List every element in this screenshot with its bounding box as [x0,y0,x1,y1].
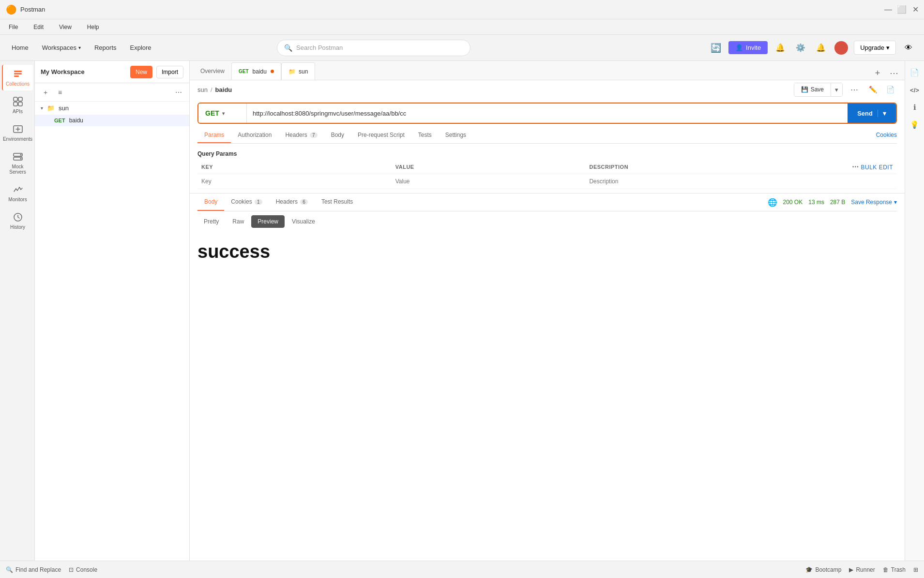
settings-button[interactable]: ⚙️ [793,40,808,56]
alerts-button[interactable]: 🔔 [813,40,829,56]
right-panel-light-button[interactable]: 💡 [907,117,923,133]
preview-tab-visualize[interactable]: Visualize [286,215,321,228]
bulk-edit-button[interactable]: Bulk Edit [861,164,893,171]
svg-rect-6 [18,102,22,106]
search-bar[interactable]: 🔍 Search Postman [277,40,470,56]
sidebar-item-mock-servers[interactable]: Mock Servers [2,148,33,178]
menu-edit[interactable]: Edit [30,22,46,32]
edit-button[interactable]: ✏️ [866,83,879,96]
req-tab-tests[interactable]: Tests [411,128,439,143]
avatar-button[interactable] [833,40,849,56]
nav-right-area: 🔄 👤 Invite 🔔 ⚙️ 🔔 Upgrade ▾ 👁 [708,40,916,56]
info-icon: ℹ [913,103,916,112]
find-replace-button[interactable]: 🔍 Find and Replace [6,566,61,573]
key-input[interactable] [201,178,388,185]
bottom-bar-right: 🎓 Bootcamp ▶ Runner 🗑 Trash ⊞ [805,566,918,573]
preview-tab-preview[interactable]: Preview [251,215,285,228]
params-more-button[interactable]: ⋯ [852,163,859,171]
add-tab-button[interactable]: + [871,66,884,80]
breadcrumb-parent[interactable]: sun [197,86,208,93]
cookies-link[interactable]: Cookies [876,128,897,143]
response-status-area: 🌐 200 OK 13 ms 287 B Save Response ▾ [768,198,897,207]
req-tab-settings[interactable]: Settings [439,128,473,143]
import-button[interactable]: Import [156,66,183,78]
runner-button[interactable]: ▶ Runner [849,566,875,573]
sidebar-item-environments[interactable]: Environments [2,120,33,146]
minimize-button[interactable]: — [885,7,891,13]
req-tab-authorization[interactable]: Authorization [231,128,278,143]
response-time: 13 ms [808,199,824,206]
method-selector[interactable]: GET ▾ [198,104,247,123]
resp-tab-body[interactable]: Body [197,193,224,211]
req-tab-pre-request[interactable]: Pre-request Script [351,128,411,143]
tab-bar-right: + ⋯ [871,66,905,80]
tab-overview[interactable]: Overview [194,62,231,80]
bootcamp-icon: 🎓 [805,566,813,573]
collection-sun[interactable]: ▾ 📁 sun [35,102,189,115]
right-panel-info-button[interactable]: ℹ [907,100,923,115]
invite-button[interactable]: 👤 Invite [728,41,768,54]
new-button[interactable]: New [130,66,152,78]
save-button[interactable]: 💾 Save [794,83,831,96]
notifications-button[interactable]: 🔔 [773,40,788,56]
right-panel-docs-button[interactable]: 📄 [907,65,923,80]
sidebar-item-monitors[interactable]: Monitors [2,180,33,206]
req-tab-body[interactable]: Body [324,128,351,143]
sidebar-icons: Collections APIs Environments Mock Serve… [0,61,35,561]
value-input[interactable] [395,178,582,185]
tab-more-button[interactable]: ⋯ [887,66,901,80]
request-more-button[interactable]: ⋯ [847,83,862,96]
save-dropdown-button[interactable]: ▾ [831,83,842,96]
resp-tab-cookies[interactable]: Cookies 1 [224,193,269,211]
sidebar-item-apis[interactable]: APIs [2,92,33,118]
description-input[interactable] [589,178,775,185]
params-table: KEY VALUE DESCRIPTION ⋯ Bulk Edit [197,160,897,189]
request-item-baidu[interactable]: GET baidu [35,115,189,126]
tab-bar: Overview GET baidu 📁 sun + ⋯ [190,61,905,80]
nav-explore[interactable]: Explore [126,41,155,54]
sidebar-item-collections[interactable]: Collections [2,65,33,90]
resp-tab-test-results[interactable]: Test Results [315,193,360,211]
response-area: Body Cookies 1 Headers 6 Test Results 🌐 … [190,193,905,272]
trash-button[interactable]: 🗑 Trash [883,566,906,573]
nav-home[interactable]: Home [8,41,32,54]
preview-tab-raw[interactable]: Raw [226,215,250,228]
sidebar-item-history[interactable]: History [2,208,33,234]
req-tab-headers[interactable]: Headers 7 [278,128,324,143]
sun-tab-name: sun [299,68,308,75]
eye-button[interactable]: 👁 [901,40,916,56]
edit-icon: ✏️ [869,86,877,93]
docs-button[interactable]: 📄 [883,83,897,96]
tab-sun[interactable]: 📁 sun [281,62,315,80]
apis-label: APIs [13,109,23,114]
maximize-button[interactable]: ⬜ [899,7,905,13]
bottom-bar-left: 🔍 Find and Replace ⊡ Console [6,566,97,573]
console-button[interactable]: ⊡ Console [69,566,97,573]
resp-tab-headers[interactable]: Headers 6 [269,193,315,211]
params-empty-row [197,174,897,189]
nav-workspaces[interactable]: Workspaces ▾ [38,41,85,54]
cookies-badge: 1 [255,199,262,205]
send-button[interactable]: Send ▾ [848,104,896,123]
bootcamp-button[interactable]: 🎓 Bootcamp [805,566,841,573]
menu-file[interactable]: File [6,22,21,32]
more-options-button[interactable]: ⋯ [173,87,184,98]
menu-help[interactable]: Help [84,22,102,32]
filter-button[interactable]: ≡ [54,87,66,98]
nav-reports[interactable]: Reports [91,41,121,54]
upgrade-button[interactable]: Upgrade ▾ [854,41,896,55]
tab-baidu[interactable]: GET baidu [231,62,281,80]
req-tab-params[interactable]: Params [197,128,231,143]
request-area: sun / baidu 💾 Save ▾ ⋯ ✏️ [190,80,905,193]
url-input[interactable] [247,104,848,123]
preview-tab-pretty[interactable]: Pretty [197,215,225,228]
layout-button[interactable]: ⊞ [913,566,918,573]
close-button[interactable]: ✕ [912,7,918,13]
sync-icon-button[interactable]: 🔄 [708,40,724,56]
layout-icon: ⊞ [913,566,918,573]
add-collection-button[interactable]: + [40,87,51,98]
right-panel-code-button[interactable]: </> [907,82,923,98]
save-response-button[interactable]: Save Response ▾ [851,199,897,206]
params-title: Query Params [197,148,897,160]
menu-view[interactable]: View [56,22,75,32]
